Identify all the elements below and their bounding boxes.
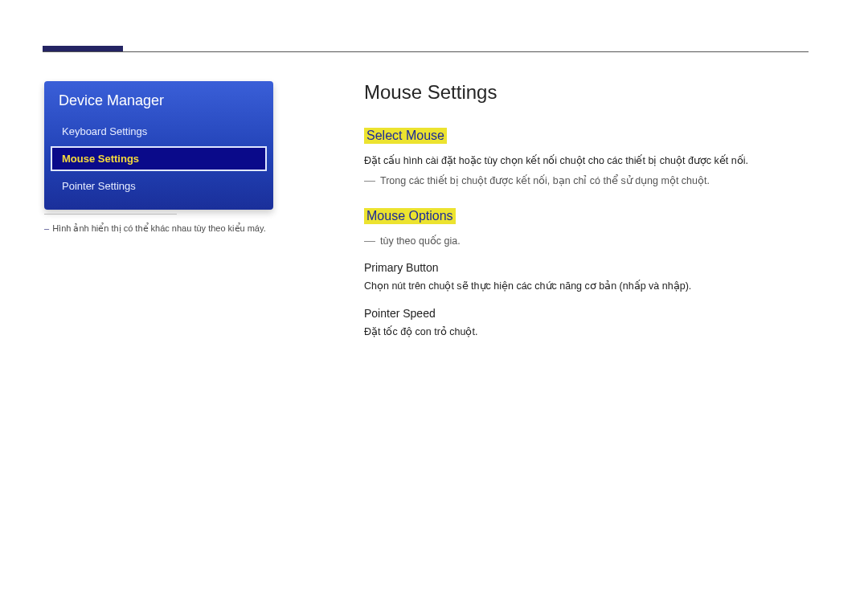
- long-dash-icon: [364, 181, 375, 182]
- select-mouse-desc-1: Đặt cấu hình cài đặt hoặc tùy chọn kết n…: [364, 153, 809, 169]
- dash-icon: –: [44, 223, 49, 233]
- sidebar-note-text: Hình ảnh hiển thị có thể khác nhau tùy t…: [52, 223, 266, 233]
- page-title: Mouse Settings: [364, 81, 809, 104]
- sidebar-note: –Hình ảnh hiển thị có thể khác nhau tùy …: [44, 223, 285, 234]
- mouse-options-note: tùy theo quốc gia.: [364, 234, 809, 249]
- mouse-options-note-text: tùy theo quốc gia.: [380, 235, 461, 247]
- sidebar-item-pointer-settings[interactable]: Pointer Settings: [44, 174, 273, 198]
- section-header-mouse-options: Mouse Options: [364, 208, 456, 224]
- sidebar-item-mouse-settings[interactable]: Mouse Settings: [51, 146, 267, 171]
- sidebar-panel: Device Manager Keyboard Settings Mouse S…: [44, 81, 273, 210]
- section-header-select-mouse: Select Mouse: [364, 128, 447, 144]
- long-dash-icon: [364, 241, 375, 242]
- sidebar-divider: [44, 214, 177, 215]
- main-content: Mouse Settings Select Mouse Đặt cấu hình…: [364, 81, 809, 345]
- select-mouse-desc-2-text: Trong các thiết bị chuột được kết nối, b…: [380, 175, 710, 186]
- pointer-speed-heading: Pointer Speed: [364, 307, 809, 320]
- section-mouse-options: Mouse Options tùy theo quốc gia. Primary…: [364, 208, 809, 340]
- sidebar-item-keyboard-settings[interactable]: Keyboard Settings: [44, 119, 273, 144]
- header-divider: [43, 51, 809, 52]
- section-select-mouse: Select Mouse Đặt cấu hình cài đặt hoặc t…: [364, 128, 809, 189]
- pointer-speed-desc: Đặt tốc độ con trỏ chuột.: [364, 325, 809, 340]
- primary-button-heading: Primary Button: [364, 261, 809, 274]
- primary-button-desc: Chọn nút trên chuột sẽ thực hiện các chứ…: [364, 279, 809, 294]
- select-mouse-desc-2: Trong các thiết bị chuột được kết nối, b…: [364, 174, 809, 189]
- sidebar-title: Device Manager: [44, 81, 273, 119]
